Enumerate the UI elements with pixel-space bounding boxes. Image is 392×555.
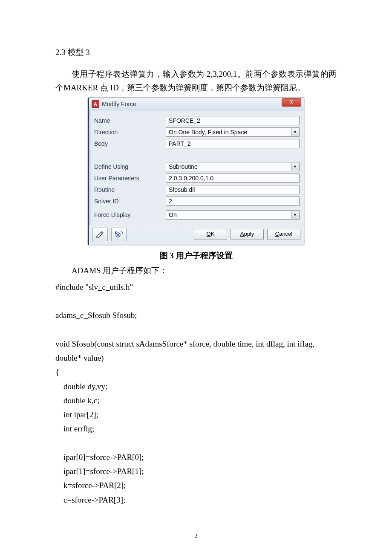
solver-id-input[interactable]: 2	[166, 197, 300, 206]
user-parameters-input[interactable]: 2.0,3.0,200.0,1.0	[166, 173, 300, 183]
section-heading: 2.3 模型 3	[55, 47, 337, 58]
titlebar: A Modify Force x	[89, 98, 304, 110]
document-page: 2.3 模型 3 使用子程序表达弹簧力，输入参数为 2,3,200,1。前两个参…	[0, 0, 392, 555]
ok-label: K	[211, 231, 215, 237]
define-using-select[interactable]: Subroutine ▼	[166, 162, 300, 171]
label-force-display: Force Display	[94, 211, 166, 218]
define-using-value: Subroutine	[169, 163, 198, 170]
svg-point-1	[117, 234, 119, 236]
pencil-icon[interactable]	[92, 228, 108, 241]
modify-force-dialog: A Modify Force x Name SFORCE_2 Direction…	[88, 98, 304, 245]
cancel-button[interactable]: Cancel	[267, 229, 300, 240]
label-define-using: Define Using	[94, 163, 166, 170]
cancel-label: ancel	[279, 231, 292, 237]
paragraph: ADAMS 用户子程序如下：	[55, 264, 337, 278]
paragraph: 使用子程序表达弹簧力，输入参数为 2,3,200,1。前两个参数表示弹簧的两个M…	[55, 67, 337, 95]
ok-button[interactable]: OK	[194, 229, 227, 240]
label-name: Name	[94, 117, 166, 124]
chevron-down-icon[interactable]: ▼	[291, 163, 299, 171]
apply-button[interactable]: Apply	[231, 229, 264, 240]
routine-input[interactable]: Sfosub.dll	[166, 185, 300, 194]
dialog-title: Modify Force	[102, 101, 282, 107]
label-direction: Direction	[94, 129, 166, 136]
label-solver-id: Solver ID	[94, 198, 166, 205]
direction-select[interactable]: On One Body, Fixed in Space ▼	[166, 127, 300, 137]
force-display-value: On	[169, 211, 177, 218]
label-body: Body	[94, 140, 166, 147]
name-input[interactable]: SFORCE_2	[166, 116, 300, 125]
body-input[interactable]: PART_2	[166, 139, 300, 148]
chevron-down-icon[interactable]: ▼	[291, 128, 299, 136]
app-icon: A	[92, 100, 99, 108]
direction-value: On One Body, Fixed in Space	[169, 129, 247, 136]
close-icon[interactable]: x	[282, 98, 301, 107]
code-block: #include "slv_c_utils.h" adams_c_Sfosub …	[55, 280, 337, 507]
force-display-select[interactable]: On ▼	[166, 210, 300, 220]
apply-label: pply	[244, 231, 254, 237]
dialog-body: Name SFORCE_2 Direction On One Body, Fix…	[89, 110, 304, 225]
measure-icon[interactable]	[111, 228, 127, 241]
figure-caption: 图 3 用户子程序设置	[55, 250, 337, 261]
page-number: 2	[0, 532, 392, 540]
chevron-down-icon[interactable]: ▼	[291, 211, 299, 219]
button-row: OK Apply Cancel	[89, 225, 304, 245]
label-user-parameters: User Parameters	[94, 175, 166, 182]
label-routine: Routine	[94, 186, 166, 193]
